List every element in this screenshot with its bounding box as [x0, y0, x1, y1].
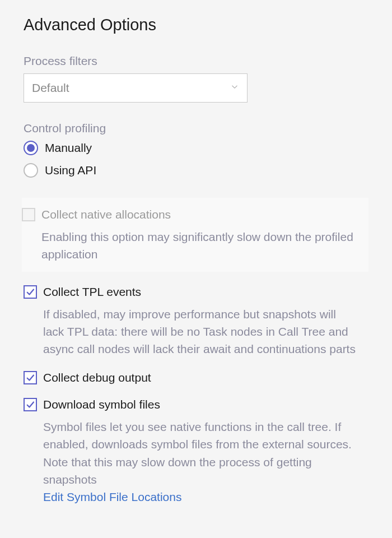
checkbox-checked-icon: [24, 371, 37, 384]
radio-manually-label: Manually: [45, 141, 92, 155]
debug-output-checkbox[interactable]: Collect debug output: [24, 371, 368, 384]
tpl-events-description: If disabled, may improve performance but…: [43, 305, 357, 358]
radio-using-api-label: Using API: [45, 164, 96, 177]
native-allocations-description: Enabling this option may significantly s…: [41, 228, 355, 263]
process-filters-select[interactable]: Default: [24, 73, 248, 103]
radio-unchecked-icon: [24, 163, 38, 178]
symbol-files-description: Symbol files let you see native function…: [43, 418, 357, 488]
radio-manually[interactable]: Manually: [24, 141, 368, 155]
page-title: Advanced Options: [24, 16, 368, 34]
tpl-events-checkbox[interactable]: Collect TPL events: [24, 285, 368, 299]
symbol-files-option: Download symbol files Symbol files let y…: [24, 398, 368, 503]
symbol-files-checkbox[interactable]: Download symbol files: [24, 398, 368, 411]
radio-using-api[interactable]: Using API: [24, 163, 368, 178]
native-allocations-checkbox: Collect native allocations: [22, 208, 368, 221]
checkbox-unchecked-icon: [22, 208, 35, 221]
checkbox-checked-icon: [24, 285, 37, 299]
symbol-files-label: Download symbol files: [43, 398, 160, 411]
native-allocations-option: Collect native allocations Enabling this…: [22, 198, 368, 272]
edit-symbol-locations-link[interactable]: Edit Symbol File Locations: [43, 490, 181, 504]
checkbox-checked-icon: [24, 398, 37, 411]
debug-output-option: Collect debug output: [24, 371, 368, 384]
control-profiling-label: Control profiling: [24, 122, 368, 135]
radio-checked-icon: [24, 141, 38, 155]
control-profiling-group: Manually Using API: [24, 141, 368, 178]
process-filters-value: Default: [32, 81, 69, 95]
native-allocations-label: Collect native allocations: [41, 208, 171, 221]
tpl-events-label: Collect TPL events: [43, 285, 141, 299]
process-filters-label: Process filters: [24, 54, 368, 68]
tpl-events-option: Collect TPL events If disabled, may impr…: [24, 285, 368, 358]
debug-output-label: Collect debug output: [43, 371, 151, 384]
